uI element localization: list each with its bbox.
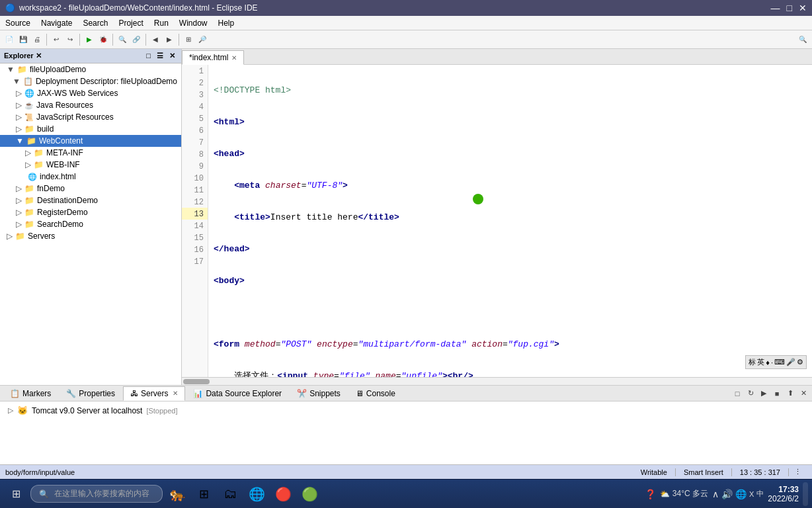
toolbar-zoom[interactable]: 🔎 — [196, 33, 209, 46]
toolbar-search[interactable]: 🔍 — [116, 33, 129, 46]
tree-label: fileUploadDemo — [30, 65, 86, 74]
bottom-tab-console[interactable]: 🖥 Console — [348, 386, 403, 401]
toolbar-btn-2[interactable]: 💾 — [17, 33, 30, 46]
menu-search[interactable]: Search — [77, 17, 113, 29]
taskbar-start[interactable]: ⊞ — [4, 482, 28, 506]
taskbar-question-icon[interactable]: ❓ — [645, 489, 656, 499]
taskbar-search[interactable]: 🔍 在这里输入你要搜索的内容 — [30, 485, 163, 503]
taskbar-btn-2[interactable]: ⊞ — [192, 482, 216, 506]
tree-item-js[interactable]: ▷ 📜 JavaScript Resources — [0, 111, 181, 123]
tree-item-search[interactable]: ▷ 📁 SearchDemo — [0, 218, 181, 230]
panel-refresh-btn[interactable]: ↻ — [745, 388, 756, 400]
bottom-tab-markers[interactable]: 📋 Markers — [3, 386, 58, 401]
tree-item-dest[interactable]: ▷ 📁 DestinationDemo — [0, 194, 181, 206]
network-icon[interactable]: 🌐 — [735, 489, 747, 499]
tree-no-arrow-reg: ▷ — [16, 208, 22, 217]
status-position: 13 : 35 : 317 — [732, 468, 789, 476]
tree-item-fileupload[interactable]: ▼ 📁 fileUploadDemo — [0, 64, 181, 75]
panel-max-btn[interactable]: ⬆ — [784, 388, 796, 400]
server-item-tomcat[interactable]: ▷ 🐱 Tomcat v9.0 Server at localhost [Sto… — [5, 404, 807, 417]
menu-run[interactable]: Run — [149, 17, 174, 29]
minimize-btn[interactable]: — — [771, 3, 780, 13]
tree-item-webinf[interactable]: ▷ 📁 WEB-INF — [0, 159, 181, 171]
editor-tab-index[interactable]: *index.html ✕ — [182, 50, 244, 65]
tree-item-deployment[interactable]: ▼ 📋 Deployment Descriptor: fileUploadDem… — [0, 75, 181, 87]
clock-time: 17:33 — [768, 485, 799, 494]
sidebar-close-btn[interactable]: ✕ — [167, 51, 177, 61]
panel-stop-btn[interactable]: ■ — [771, 388, 783, 400]
sidebar-collapse-btn[interactable]: □ — [144, 51, 153, 61]
taskbar-btn-3[interactable]: 🗂 — [218, 482, 242, 506]
toolbar-search-global[interactable]: 🔍 — [796, 33, 809, 46]
tree-item-servers[interactable]: ▷ 📁 Servers — [0, 230, 181, 242]
battery-icon[interactable]: X — [749, 490, 754, 498]
taskbar-right: ❓ ⛅ 34°C 多云 ∧ 🔊 🌐 X 中 17:33 2022/6/2 — [645, 482, 808, 506]
menu-navigate[interactable]: Navigate — [36, 17, 77, 29]
ime-btn-settings[interactable]: ⚙ — [797, 358, 803, 366]
taskbar-btn-5[interactable]: 🔴 — [271, 482, 295, 506]
ime-btn-mic[interactable]: 🎤 — [786, 358, 795, 366]
tree-item-fn[interactable]: ▷ 📁 fnDemo — [0, 183, 181, 194]
bottom-tab-servers[interactable]: 🖧 Servers ✕ — [123, 386, 185, 401]
tree-item-ws[interactable]: ▷ 🌐 JAX-WS Web Services — [0, 87, 181, 99]
lang-icon[interactable]: 中 — [756, 489, 764, 499]
menu-project[interactable]: Project — [113, 17, 148, 29]
tree-item-build[interactable]: ▷ 📁 build — [0, 123, 181, 135]
title-bar-controls[interactable]: — □ ✕ — [771, 3, 807, 13]
expand-arrow[interactable]: ▷ — [8, 406, 13, 415]
volume-icon[interactable]: 🔊 — [721, 489, 733, 499]
bottom-tab-properties[interactable]: 🔧 Properties — [59, 386, 122, 401]
bottom-panel-controls[interactable]: □ ↻ ▶ ■ ⬆ ✕ — [731, 388, 812, 400]
menu-window[interactable]: Window — [174, 17, 213, 29]
tree-item-meta[interactable]: ▷ 📁 META-INF — [0, 147, 181, 159]
sidebar-header-btns[interactable]: □ ☰ ✕ — [144, 51, 177, 61]
toolbar-debug[interactable]: 🐞 — [97, 33, 110, 46]
bottom-tab-datasource[interactable]: 📊 Data Source Explorer — [186, 386, 289, 401]
bottom-tab-snippets[interactable]: ✂️ Snippets — [290, 386, 348, 401]
toolbar-perspectives[interactable]: ⊞ — [182, 33, 195, 46]
toolbar-refs[interactable]: 🔗 — [130, 33, 143, 46]
ln-5: 5 — [182, 112, 208, 124]
ime-btn-4[interactable]: · — [771, 359, 773, 366]
menu-source[interactable]: Source — [0, 17, 36, 29]
code-editor[interactable]: 1 2 3 4 5 6 7 8 9 10 11 12 13 14 15 16 1 — [182, 65, 812, 377]
ln-16: 16 — [182, 243, 208, 255]
taskbar-btn-6[interactable]: 🟢 — [298, 482, 321, 506]
clock[interactable]: 17:33 2022/6/2 — [768, 485, 799, 503]
taskbar-btn-1[interactable]: 🐅 — [165, 482, 189, 506]
maximize-btn[interactable]: □ — [787, 3, 792, 13]
tree-item-java[interactable]: ▷ ☕ Java Resources — [0, 99, 181, 111]
show-desktop-btn[interactable] — [803, 482, 808, 506]
tree-item-webcontent[interactable]: ▼ 📁 WebContent — [0, 135, 181, 147]
toolbar-undo[interactable]: ↩ — [50, 33, 63, 46]
tree-item-index[interactable]: 🌐 index.html — [0, 171, 181, 183]
server-name: Tomcat v9.0 Server at localhost — [32, 406, 142, 415]
ime-btn-2[interactable]: 英 — [757, 357, 764, 367]
tab-close-btn[interactable]: ✕ — [231, 54, 237, 62]
toolbar-nav-back[interactable]: ◀ — [149, 33, 162, 46]
taskbar-btn-4[interactable]: 🌐 — [245, 482, 268, 506]
ime-btn-3[interactable]: ♦ — [766, 359, 770, 366]
ln-11: 11 — [182, 184, 208, 196]
toolbar-redo[interactable]: ↪ — [63, 33, 77, 46]
tree-item-reg[interactable]: ▷ 📁 RegisterDemo — [0, 206, 181, 218]
ime-btn-1[interactable]: 标 — [749, 357, 756, 367]
toolbar-btn-1[interactable]: 📄 — [3, 33, 16, 46]
servers-close[interactable]: ✕ — [173, 390, 178, 397]
toolbar-btn-3[interactable]: 🖨 — [30, 33, 44, 46]
panel-close-btn[interactable]: ✕ — [797, 388, 809, 400]
panel-start-btn[interactable]: ▶ — [758, 388, 770, 400]
menu-help[interactable]: Help — [213, 17, 240, 29]
code-content[interactable]: <!DOCTYPE html> <html> <head> <meta char… — [208, 65, 812, 377]
html-file-icon: 🌐 — [28, 173, 37, 181]
scrollbar-thumb[interactable] — [183, 379, 210, 384]
ime-btn-5[interactable]: ⌨ — [774, 358, 785, 366]
sidebar-menu-btn[interactable]: ☰ — [155, 51, 165, 61]
toolbar-run[interactable]: ▶ — [83, 33, 96, 46]
horizontal-scrollbar[interactable] — [182, 377, 812, 385]
ime-toolbar[interactable]: 标 英 ♦ · ⌨ 🎤 ⚙ — [745, 355, 807, 369]
toolbar-nav-fwd[interactable]: ▶ — [163, 33, 176, 46]
panel-minimize-btn[interactable]: □ — [731, 388, 743, 400]
close-btn[interactable]: ✕ — [799, 3, 807, 13]
expand-icon[interactable]: ∧ — [712, 489, 719, 499]
